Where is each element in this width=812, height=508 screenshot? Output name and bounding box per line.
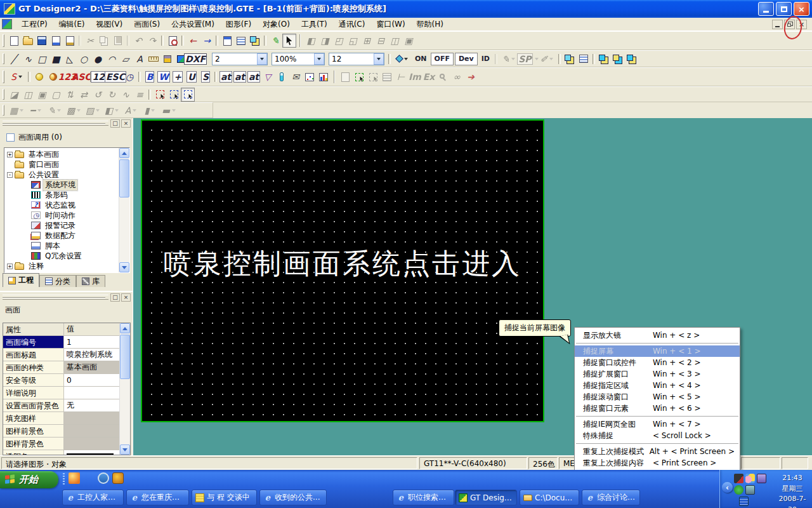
property-value[interactable] xyxy=(64,387,119,399)
ungroup-icon[interactable]: ▢ xyxy=(49,88,63,102)
align-bottom-icon[interactable]: ◱ xyxy=(346,34,360,48)
prop-security-level[interactable]: 安全等级 0 xyxy=(3,374,119,387)
mdi-minimize-button[interactable] xyxy=(772,20,783,29)
meter-display-icon[interactable]: ▽ xyxy=(261,70,275,84)
line-color-icon[interactable]: ✎ xyxy=(45,104,64,117)
clock-display-icon[interactable]: ◷ xyxy=(122,70,136,84)
prop-screen-title[interactable]: 画面标题 喷泉控制系统 xyxy=(3,349,119,361)
screen-image-icon[interactable] xyxy=(220,34,234,48)
panel-maximize-button[interactable]: □ xyxy=(110,293,120,302)
tree-item-alarm-log[interactable]: 报警记录 xyxy=(7,220,119,231)
select-frame-red-icon[interactable] xyxy=(153,88,167,102)
ql-messenger[interactable] xyxy=(98,472,109,484)
screen-preview-icon[interactable] xyxy=(563,52,577,66)
line-style-icon[interactable]: ━ xyxy=(26,104,45,117)
tray-icon-thunder[interactable] xyxy=(739,497,749,506)
touchkey-word-icon[interactable]: at xyxy=(233,70,247,84)
same-width-icon[interactable]: ◫ xyxy=(388,34,402,48)
task-public[interactable]: e 收到的公共... xyxy=(259,490,327,505)
alarm-history-icon[interactable]: + xyxy=(171,70,185,84)
toolbar-grip[interactable] xyxy=(3,89,4,99)
scroll-up-icon[interactable] xyxy=(119,148,129,158)
touchkey-func-icon[interactable]: at xyxy=(247,70,261,84)
line-width-combo[interactable]: 2 xyxy=(212,53,268,65)
prop-pattern-bg[interactable]: 图样背景色 xyxy=(3,438,119,450)
tree-item-system-env[interactable]: 系统环境 xyxy=(7,180,119,190)
toolbar-grip[interactable] xyxy=(3,34,4,47)
scale-tool-icon[interactable] xyxy=(147,52,160,66)
menu-comm[interactable]: 通讯(C) xyxy=(333,18,371,31)
align-top-icon[interactable]: ◰ xyxy=(332,34,346,48)
menu-common[interactable]: 公共设置(M) xyxy=(166,18,220,31)
switch-icon[interactable]: S xyxy=(7,70,26,84)
same-height-icon[interactable]: ▣ xyxy=(402,34,416,48)
minimize-button[interactable] xyxy=(758,2,774,16)
align-center-h-icon[interactable]: ⊞ xyxy=(360,34,374,48)
undo-icon[interactable]: ↶ xyxy=(131,34,145,48)
data-list-view-icon[interactable] xyxy=(380,70,394,84)
stamp-pen-icon[interactable]: ✎ xyxy=(499,52,518,66)
tray-icon-qq[interactable] xyxy=(745,474,755,483)
flip-vertical-icon[interactable]: ⇅ xyxy=(63,88,77,102)
polyline-tool-icon[interactable]: ∿ xyxy=(21,52,35,66)
ql-internet-explorer[interactable] xyxy=(83,472,95,484)
chevron-down-icon[interactable] xyxy=(314,53,324,65)
snap-icon[interactable]: ≡ xyxy=(133,88,147,102)
pattern-bg-icon[interactable]: ◧ xyxy=(102,104,121,117)
prop-fill-pattern[interactable]: 填充图样 xyxy=(3,412,119,425)
convert-icon[interactable]: ➔ xyxy=(464,70,478,84)
tray-clock[interactable]: 21:43 星期三 2008-7-30 xyxy=(775,473,810,508)
previous-screen-icon[interactable]: ← xyxy=(186,34,200,48)
tree-item-time-action[interactable]: ◷ 时间动作 xyxy=(7,210,119,220)
layer-front-icon[interactable] xyxy=(597,52,611,66)
tree-item-status-watch[interactable]: ? 状态监视 xyxy=(7,200,119,210)
screen-design-canvas[interactable]: 喷泉控制画面系统点击进入 xyxy=(141,119,544,422)
align-center-v-icon[interactable]: ⊟ xyxy=(374,34,388,48)
menu-tools[interactable]: 工具(T) xyxy=(296,18,333,31)
prop-screen-type[interactable]: 画面的种类 基本画面 xyxy=(3,361,119,374)
open-file-icon[interactable] xyxy=(21,34,35,48)
menu-help[interactable]: 帮助(H) xyxy=(411,18,449,31)
recipe-transfer-icon[interactable] xyxy=(338,70,352,84)
ascii-display-icon[interactable]: ASC xyxy=(74,70,88,84)
pattern-style-icon[interactable]: ▩ xyxy=(64,104,83,117)
tab-project[interactable]: 工程 xyxy=(3,273,39,287)
menu-window[interactable]: 窗口(W) xyxy=(370,18,410,31)
quick-launch-grip[interactable] xyxy=(63,473,65,486)
rotate-right-icon[interactable]: ↻ xyxy=(105,88,119,102)
property-value[interactable]: 无 xyxy=(64,399,119,411)
toolbar-grip[interactable] xyxy=(3,53,4,65)
tree-item-common-settings[interactable]: - 公共设置 xyxy=(7,170,119,180)
ctx-capture-scroll[interactable]: 捕捉滚动窗口 Win + < 5 > xyxy=(575,391,740,403)
scroll-track[interactable] xyxy=(119,158,129,262)
shadow-style-icon[interactable]: ▬ xyxy=(159,104,178,117)
tree-item-barcode[interactable]: 条形码 xyxy=(7,190,119,200)
tree-item-q-redundant[interactable]: Q冗余设置 xyxy=(7,251,119,261)
save-icon[interactable] xyxy=(35,34,49,48)
task-gongkong[interactable]: e 工控人家园... xyxy=(62,490,124,505)
paint-tool-icon[interactable] xyxy=(160,52,174,66)
group-icon[interactable]: ▣ xyxy=(35,88,49,102)
data-list-icon[interactable] xyxy=(577,52,591,66)
cut-icon[interactable]: ✂ xyxy=(83,34,97,48)
screen-call-checkbox[interactable] xyxy=(6,133,15,142)
edit-vertex-icon[interactable]: ∿ xyxy=(119,88,133,102)
ctx-repeat-mode[interactable]: 重复上次捕捉模式 Alt + < Print Screen > xyxy=(575,446,740,457)
stamp-brush-icon[interactable]: ✐ xyxy=(537,52,556,66)
parts-display-icon[interactable]: ✉ xyxy=(289,70,303,84)
tree-item-data-recipe[interactable]: 数据配方 xyxy=(7,231,119,241)
task-chat[interactable]: 与 程 交谈中 xyxy=(192,490,257,505)
align-right-icon[interactable]: ◨ xyxy=(318,34,332,48)
rotate-left-icon[interactable]: ↺ xyxy=(91,88,105,102)
tray-icon-antivirus[interactable] xyxy=(734,485,743,495)
prop-screen-number[interactable]: 画面编号 1 xyxy=(3,336,119,349)
ctx-capture-screen[interactable]: 捕捉屏幕 Win + < 1 > xyxy=(575,345,740,357)
ctx-sep-1[interactable] xyxy=(575,341,740,345)
panel-grip[interactable]: □ × xyxy=(3,295,131,300)
tree-item-script[interactable]: 脚本 xyxy=(7,241,119,251)
redo-icon[interactable]: ↷ xyxy=(145,34,159,48)
align-left-icon[interactable]: ◧ xyxy=(304,34,318,48)
tray-collapse-icon[interactable]: ‹ xyxy=(722,482,733,493)
bar-graph-icon[interactable] xyxy=(317,70,331,84)
scroll-thumb[interactable] xyxy=(119,159,129,197)
